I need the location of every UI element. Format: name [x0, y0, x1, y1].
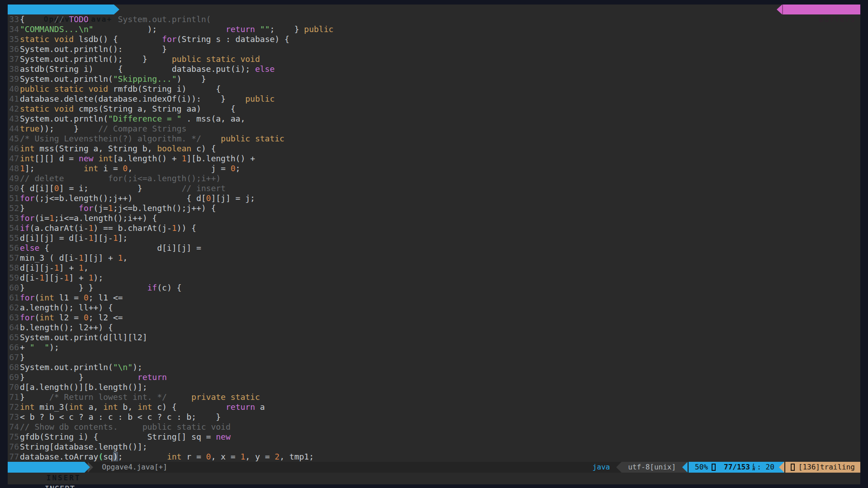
- code-token: 0: [206, 193, 211, 203]
- code-token: 1: [89, 233, 94, 243]
- code-token: // Compare Strings: [98, 124, 186, 133]
- code-token: a,: [84, 402, 103, 412]
- code-line[interactable]: 58d[i][j-1] + 1,: [8, 263, 860, 273]
- code-token: 0: [84, 313, 89, 322]
- code-text: database.delete(database.indexOf(i)): } …: [20, 94, 275, 104]
- code-token: 0: [206, 452, 211, 461]
- code-line[interactable]: 70d[a.length()][b.length()];: [8, 382, 860, 392]
- code-text: // Show db contents. public static void: [20, 422, 231, 432]
- code-line[interactable]: 41database.delete(database.indexOf(i)): …: [8, 94, 860, 104]
- code-line[interactable]: 42static void cmps(String a, String aa) …: [8, 104, 860, 114]
- code-token: ; l2 <=: [89, 313, 123, 322]
- code-line[interactable]: 76String[database.length()];: [8, 442, 860, 452]
- code-line[interactable]: 34"COMMANDS...\n" ); return ""; } public: [8, 24, 860, 34]
- line-number: 69: [8, 372, 19, 382]
- code-line[interactable]: 53for(i=1;i<=a.length();i++) {: [8, 213, 860, 223]
- code-token: int: [137, 402, 152, 412]
- code-text: System.out.prntln("Difference = " . mss(…: [20, 114, 245, 124]
- code-token: } }: [20, 372, 137, 382]
- code-text: // delete for(;i<=a.length();i++): [20, 174, 221, 183]
- code-line[interactable]: 33{ // TODO System.out.println(: [8, 14, 860, 24]
- code-text: for(int l2 = 0; l2 <=: [20, 313, 123, 323]
- code-text: } } } if(c) {: [20, 283, 182, 293]
- code-line[interactable]: 74// Show db contents. public static voi…: [8, 422, 860, 432]
- code-token: public static void: [172, 54, 260, 64]
- code-line[interactable]: 46int mss(String a, String b, boolean c)…: [8, 144, 860, 154]
- code-token: TODO: [69, 14, 88, 24]
- code-line[interactable]: 52} for(j=1;j<=b.length();j++) {: [8, 203, 860, 213]
- code-line[interactable]: 36System.out.println(): }: [8, 44, 860, 54]
- code-token: )); }: [39, 124, 98, 133]
- code-line[interactable]: 50{ d[i][0] = i; } // insert: [8, 183, 860, 193]
- code-token: l1 =: [54, 293, 84, 302]
- code-token: sq: [103, 452, 113, 461]
- tabbar-spacer: [119, 5, 777, 14]
- code-token: . mss(a, aa,: [182, 114, 245, 123]
- code-token: 1: [113, 233, 118, 243]
- code-line[interactable]: 57min_3 ( d[i-1][j] + 1,: [8, 253, 860, 263]
- code-line[interactable]: 35static void lsdb() { for(String s : da…: [8, 34, 860, 44]
- code-token: 1: [89, 223, 94, 233]
- code-line[interactable]: 72int min_3(int a, int b, int c) { retur…: [8, 402, 860, 412]
- code-line[interactable]: 62a.length(); ll++) {: [8, 303, 860, 313]
- code-line[interactable]: 60} } } if(c) {: [8, 283, 860, 293]
- code-line[interactable]: 43System.out.prntln("Difference = " . ms…: [8, 114, 860, 124]
- code-line[interactable]: 77database.toArray(sq); int r = 0, x = 1…: [8, 452, 860, 462]
- code-token: int: [69, 402, 84, 412]
- code-line[interactable]: 66+ " ");: [8, 343, 860, 352]
- code-token: return: [137, 372, 167, 382]
- code-line[interactable]: 64b.length(); l2++) {: [8, 323, 860, 333]
- code-line[interactable]: 45/* Using Levensthein(?) algorithm. */ …: [8, 134, 860, 144]
- code-line[interactable]: 59d[i-1][j-1] + 1);: [8, 273, 860, 283]
- code-line[interactable]: 56else { d[i][j] =: [8, 243, 860, 253]
- code-text: min_3 ( d[i-1][j] + 1,: [20, 253, 127, 263]
- code-text: < b ? b < c ? a : c : b < c ? c : b; }: [20, 412, 221, 422]
- tab-active[interactable]: Opgave4.java+: [8, 5, 114, 14]
- code-line[interactable]: 73< b ? b < c ? a : c : b < c ? c : b; }: [8, 412, 860, 422]
- code-token: return: [226, 24, 255, 34]
- code-line[interactable]: 40public static void rmfdb(String i) {: [8, 84, 860, 94]
- cursor: ): [113, 452, 118, 461]
- code-line[interactable]: 67}: [8, 352, 860, 362]
- code-line[interactable]: 38astdb(String i) { database.put(i); els…: [8, 64, 860, 74]
- code-token: astdb(String i) { database.put(i);: [20, 64, 255, 74]
- code-line[interactable]: 69} } return: [8, 372, 860, 382]
- line-number: 36: [8, 44, 19, 54]
- code-line[interactable]: 44true)); } // Compare Strings: [8, 124, 860, 134]
- line-number: 33: [8, 14, 19, 24]
- code-line[interactable]: 39System.out.println("Skipping...") }: [8, 74, 860, 84]
- buffers-tag[interactable]: buffers: [783, 5, 860, 14]
- code-line[interactable]: 75gfdb(String i) { String[] sq = new: [8, 432, 860, 442]
- line-number: 62: [8, 303, 19, 313]
- code-line[interactable]: 55d[i][j] = d[i-1][j-1];: [8, 233, 860, 243]
- code-token: System.out.println(): }: [20, 44, 167, 54]
- code-token: (String s : database) {: [177, 34, 289, 44]
- code-line[interactable]: 51for(;j<=b.length();j++) { d[0][j] = j;: [8, 193, 860, 203]
- buffers-arrow-icon: [777, 5, 782, 14]
- code-token: ; }: [270, 24, 304, 34]
- code-token: ];: [118, 233, 128, 243]
- code-text: true)); } // Compare Strings: [20, 124, 186, 134]
- code-token: for: [20, 213, 35, 223]
- code-line[interactable]: 68System.out.println("\n");: [8, 362, 860, 372]
- code-line[interactable]: 37System.out.println(); } public static …: [8, 54, 860, 64]
- code-line[interactable]: 54if(a.charAt(i-1) == b.charAt(j-1)) {: [8, 223, 860, 233]
- code-token: for: [162, 34, 177, 44]
- code-line[interactable]: 61for(int l1 = 0; l1 <=: [8, 293, 860, 303]
- code-line[interactable]: 47int[][] d = new int[a.length() + 1][b.…: [8, 154, 860, 164]
- tab-arrow-icon: [114, 5, 119, 14]
- code-line[interactable]: 49// delete for(;i<=a.length();i++): [8, 174, 860, 183]
- warning-arrow-icon: [779, 462, 784, 473]
- code-line[interactable]: 481]; int i = 0, j = 0;: [8, 164, 860, 174]
- line-number: 73: [8, 412, 19, 422]
- line-number: 41: [8, 94, 19, 104]
- code-line[interactable]: 63for(int l2 = 0; l2 <=: [8, 313, 860, 323]
- status-encoding: utf-8[unix]: [622, 462, 682, 473]
- code-token: 0: [54, 183, 59, 193]
- code-area[interactable]: 33{ // TODO System.out.println(34"COMMAN…: [8, 14, 860, 462]
- line-number: 38: [8, 64, 19, 74]
- code-line[interactable]: 65System.out.print(d[ll][l2]: [8, 333, 860, 343]
- code-line[interactable]: 71} /* Return lowest int. */ private sta…: [8, 392, 860, 402]
- line-number: 44: [8, 124, 19, 134]
- line-number: 54: [8, 223, 19, 233]
